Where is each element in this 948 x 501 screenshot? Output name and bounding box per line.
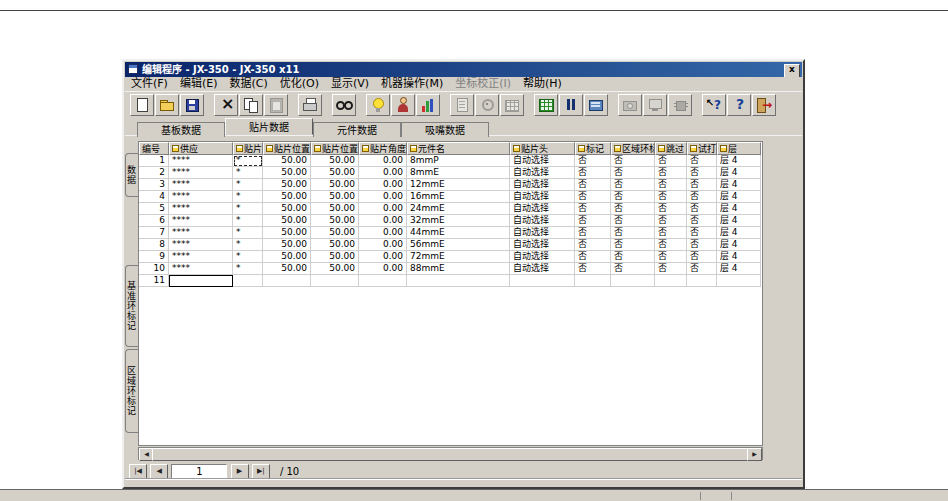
cell-skip-11[interactable] bbox=[655, 275, 687, 287]
cell-skip-4[interactable]: 否 bbox=[655, 191, 687, 203]
cell-pos_y-4[interactable]: 50.00 bbox=[311, 191, 359, 203]
cell-chip_id-5[interactable]: * bbox=[233, 203, 263, 215]
cell-layer-8[interactable]: 层 4 bbox=[717, 239, 761, 251]
column-header-layer[interactable]: 层 bbox=[717, 142, 761, 155]
cell-pos_y-11[interactable] bbox=[311, 275, 359, 287]
cell-chip_id-8[interactable]: * bbox=[233, 239, 263, 251]
verify-button[interactable] bbox=[391, 94, 415, 116]
menu-item-1[interactable]: 文件(F) bbox=[125, 77, 174, 91]
cell-angle-2[interactable]: 0.00 bbox=[359, 167, 407, 179]
cell-no-4[interactable]: 4 bbox=[139, 191, 169, 203]
cell-trial-5[interactable]: 否 bbox=[687, 203, 717, 215]
cell-mark-3[interactable]: 否 bbox=[575, 179, 611, 191]
cell-layer-5[interactable]: 层 4 bbox=[717, 203, 761, 215]
cell-area_mark-7[interactable]: 否 bbox=[611, 227, 655, 239]
cell-supply-4[interactable]: **** bbox=[169, 191, 233, 203]
tab-4[interactable]: 吸嘴数据 bbox=[401, 122, 489, 137]
cell-pos_y-1[interactable]: 50.00 bbox=[311, 155, 359, 167]
cell-head-8[interactable]: 自动选择 bbox=[510, 239, 575, 251]
cell-pos_y-2[interactable]: 50.00 bbox=[311, 167, 359, 179]
cell-angle-1[interactable]: 0.00 bbox=[359, 155, 407, 167]
menu-item-8[interactable]: 帮助(H) bbox=[517, 77, 568, 91]
side-tab-3[interactable]: 区域环标记 bbox=[125, 349, 138, 433]
cell-trial-1[interactable]: 否 bbox=[687, 155, 717, 167]
cell-layer-3[interactable]: 层 4 bbox=[717, 179, 761, 191]
column-header-area_mark[interactable]: 区域环标 bbox=[611, 142, 655, 155]
cell-area_mark-6[interactable]: 否 bbox=[611, 215, 655, 227]
cell-layer-10[interactable]: 层 4 bbox=[717, 263, 761, 275]
cell-skip-2[interactable]: 否 bbox=[655, 167, 687, 179]
cell-pos_x-8[interactable]: 50.00 bbox=[263, 239, 311, 251]
cell-angle-6[interactable]: 0.00 bbox=[359, 215, 407, 227]
open-button[interactable] bbox=[155, 94, 179, 116]
cell-trial-9[interactable]: 否 bbox=[687, 251, 717, 263]
cell-mark-11[interactable] bbox=[575, 275, 611, 287]
cell-chip_id-2[interactable]: * bbox=[233, 167, 263, 179]
menu-item-3[interactable]: 数据(C) bbox=[223, 77, 273, 91]
cell-supply-10[interactable]: **** bbox=[169, 263, 233, 275]
cell-pos_y-9[interactable]: 50.00 bbox=[311, 251, 359, 263]
cell-supply-8[interactable]: **** bbox=[169, 239, 233, 251]
cell-pos_x-4[interactable]: 50.00 bbox=[263, 191, 311, 203]
column-header-supply[interactable]: 供应 bbox=[169, 142, 233, 155]
cell-supply-7[interactable]: **** bbox=[169, 227, 233, 239]
cell-area_mark-4[interactable]: 否 bbox=[611, 191, 655, 203]
help-button[interactable] bbox=[727, 94, 751, 116]
cell-no-7[interactable]: 7 bbox=[139, 227, 169, 239]
cell-skip-7[interactable]: 否 bbox=[655, 227, 687, 239]
cell-part-5[interactable]: 24mmE bbox=[407, 203, 510, 215]
cell-angle-10[interactable]: 0.00 bbox=[359, 263, 407, 275]
cell-head-9[interactable]: 自动选择 bbox=[510, 251, 575, 263]
print-button[interactable] bbox=[298, 94, 322, 116]
column-header-pos_y[interactable]: 贴片位置Y bbox=[311, 142, 359, 155]
cell-mark-9[interactable]: 否 bbox=[575, 251, 611, 263]
cell-part-7[interactable]: 44mmE bbox=[407, 227, 510, 239]
cell-area_mark-11[interactable] bbox=[611, 275, 655, 287]
cell-trial-4[interactable]: 否 bbox=[687, 191, 717, 203]
column-header-mark[interactable]: 标记 bbox=[575, 142, 611, 155]
cell-skip-9[interactable]: 否 bbox=[655, 251, 687, 263]
cell-layer-1[interactable]: 层 4 bbox=[717, 155, 761, 167]
cell-trial-10[interactable]: 否 bbox=[687, 263, 717, 275]
cell-layer-6[interactable]: 层 4 bbox=[717, 215, 761, 227]
cell-no-2[interactable]: 2 bbox=[139, 167, 169, 179]
cell-chip_id-3[interactable]: * bbox=[233, 179, 263, 191]
cell-part-1[interactable]: 8mmP bbox=[407, 155, 510, 167]
cell-pos_y-8[interactable]: 50.00 bbox=[311, 239, 359, 251]
menu-item-5[interactable]: 显示(V) bbox=[325, 77, 375, 91]
optimize-button[interactable] bbox=[366, 94, 390, 116]
menu-item-2[interactable]: 编辑(E) bbox=[174, 77, 224, 91]
cell-pos_y-7[interactable]: 50.00 bbox=[311, 227, 359, 239]
cell-chip_id-10[interactable]: * bbox=[233, 263, 263, 275]
cell-no-8[interactable]: 8 bbox=[139, 239, 169, 251]
cell-mark-1[interactable]: 否 bbox=[575, 155, 611, 167]
cell-angle-4[interactable]: 0.00 bbox=[359, 191, 407, 203]
cell-head-5[interactable]: 自动选择 bbox=[510, 203, 575, 215]
cell-pos_y-5[interactable]: 50.00 bbox=[311, 203, 359, 215]
cell-pos_x-11[interactable] bbox=[263, 275, 311, 287]
scroll-right-button[interactable]: ▶ bbox=[747, 448, 762, 461]
cell-area_mark-9[interactable]: 否 bbox=[611, 251, 655, 263]
cell-chip_id-4[interactable]: * bbox=[233, 191, 263, 203]
cell-chip_id-11[interactable] bbox=[233, 275, 263, 287]
statistics-button[interactable] bbox=[416, 94, 440, 116]
cell-chip_id-9[interactable]: * bbox=[233, 251, 263, 263]
cell-layer-9[interactable]: 层 4 bbox=[717, 251, 761, 263]
cell-pos_x-1[interactable]: 50.00 bbox=[263, 155, 311, 167]
cell-mark-8[interactable]: 否 bbox=[575, 239, 611, 251]
cell-no-10[interactable]: 10 bbox=[139, 263, 169, 275]
cell-layer-11[interactable] bbox=[717, 275, 761, 287]
title-bar[interactable]: 编辑程序 - JX-350 - JX-350 x11 x bbox=[125, 62, 802, 77]
cell-trial-7[interactable]: 否 bbox=[687, 227, 717, 239]
cell-mark-4[interactable]: 否 bbox=[575, 191, 611, 203]
save-button[interactable] bbox=[180, 94, 204, 116]
tab-1[interactable]: 基板数据 bbox=[137, 122, 225, 137]
cell-chip_id-7[interactable]: * bbox=[233, 227, 263, 239]
cell-angle-3[interactable]: 0.00 bbox=[359, 179, 407, 191]
cell-layer-7[interactable]: 层 4 bbox=[717, 227, 761, 239]
cell-part-10[interactable]: 88mmE bbox=[407, 263, 510, 275]
cell-skip-8[interactable]: 否 bbox=[655, 239, 687, 251]
cell-head-11[interactable] bbox=[510, 275, 575, 287]
cell-pos_y-3[interactable]: 50.00 bbox=[311, 179, 359, 191]
cell-no-6[interactable]: 6 bbox=[139, 215, 169, 227]
